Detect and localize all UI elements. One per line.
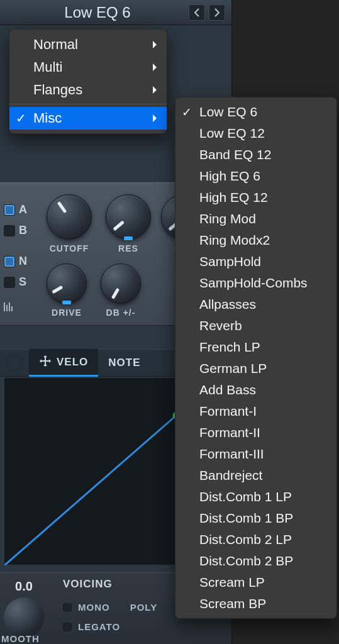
- menu-item-multi[interactable]: Multi: [9, 56, 167, 79]
- dial-icon: [5, 353, 24, 372]
- submenu-item-label: Formant-II: [199, 425, 260, 440]
- submenu-item[interactable]: Allpasses: [175, 294, 336, 315]
- submenu-item-label: Band EQ 12: [199, 147, 271, 162]
- submenu-item-label: Dist.Comb 1 LP: [199, 489, 292, 504]
- submenu-item-label: Dist.Comb 1 BP: [199, 511, 293, 526]
- submenu-item-label: Reverb: [199, 318, 242, 333]
- knob-label: RES: [118, 243, 138, 253]
- tab-label: NOTE: [108, 357, 140, 369]
- submenu-item[interactable]: SampHold: [175, 251, 336, 272]
- knob-cutoff[interactable]: CUTOFF: [47, 194, 92, 253]
- submenu-item[interactable]: Dist.Comb 2 LP: [175, 529, 336, 550]
- preset-name[interactable]: Low EQ 6: [6, 4, 189, 21]
- submenu-item[interactable]: SampHold-Combs: [175, 272, 336, 294]
- submenu-item[interactable]: Dist.Comb 1 BP: [175, 508, 336, 529]
- toggle-a[interactable]: A: [4, 203, 27, 216]
- submenu-item[interactable]: French LP: [175, 336, 336, 358]
- toggle-n[interactable]: N: [4, 255, 27, 268]
- toggle-b[interactable]: B: [4, 224, 27, 237]
- voicing-label: MONO: [78, 602, 110, 613]
- submenu-item[interactable]: Formant-II: [175, 422, 336, 443]
- dial-icon: [106, 194, 151, 240]
- knob-db[interactable]: DB +/-: [101, 264, 141, 318]
- submenu-item-label: Allpasses: [199, 297, 256, 312]
- dial-icon: [47, 194, 92, 240]
- preset-next-button[interactable]: [209, 4, 225, 21]
- submenu-item-label: German LP: [199, 361, 267, 376]
- submenu-item-label: Add Bass: [199, 382, 256, 397]
- submenu-item-label: Scream LP: [199, 575, 265, 590]
- submenu-item-label: Scream BP: [199, 596, 266, 611]
- filter-category-menu[interactable]: NormalMultiFlanges✓Misc: [9, 29, 167, 134]
- check-icon: ✓: [16, 111, 26, 126]
- submenu-item-label: SampHold: [199, 254, 261, 269]
- menu-item-label: Normal: [33, 36, 78, 53]
- menu-item-flanges[interactable]: Flanges: [9, 79, 167, 101]
- submenu-icon: [152, 110, 158, 126]
- submenu-item[interactable]: Scream BP: [175, 593, 336, 614]
- pitch-value[interactable]: 0.0: [15, 579, 33, 594]
- voicing-mono[interactable]: MONO POLY: [63, 602, 157, 613]
- checkbox-icon: [63, 623, 72, 631]
- submenu-item[interactable]: Ring Mod: [175, 208, 336, 230]
- submenu-item-label: Formant-III: [199, 447, 264, 462]
- submenu-item[interactable]: Dist.Comb 2 BP: [175, 550, 336, 572]
- pitch-column: 0.0: [4, 579, 44, 638]
- filter-type-submenu[interactable]: ✓Low EQ 6Low EQ 12Band EQ 12High EQ 6Hig…: [175, 97, 337, 619]
- submenu-item[interactable]: Ring Modx2: [175, 230, 336, 251]
- menu-item-normal[interactable]: Normal: [9, 33, 167, 56]
- menu-item-label: Multi: [33, 59, 62, 75]
- knob-res[interactable]: RES: [106, 194, 151, 253]
- voicing-legato[interactable]: LEGATO: [63, 621, 157, 632]
- submenu-item[interactable]: Formant-I: [175, 401, 336, 422]
- submenu-item[interactable]: High EQ 6: [175, 165, 336, 187]
- submenu-item[interactable]: Add Bass: [175, 379, 336, 401]
- pitch-knob[interactable]: [4, 597, 44, 638]
- submenu-item[interactable]: Formant-III: [175, 443, 336, 465]
- dial-icon: [47, 264, 87, 304]
- submenu-item[interactable]: ✓Low EQ 6: [175, 101, 336, 123]
- checkbox-icon: [4, 225, 15, 236]
- submenu-item[interactable]: Reverb: [175, 315, 336, 336]
- toggle-label: A: [19, 203, 27, 216]
- menu-item-label: Misc: [33, 110, 62, 126]
- submenu-item-label: High EQ 6: [199, 169, 260, 184]
- toggle-label: B: [19, 224, 27, 237]
- knob-label: DRIVE: [52, 308, 82, 318]
- tab-velo[interactable]: VELO: [29, 349, 98, 377]
- preset-prev-button[interactable]: [189, 4, 205, 21]
- submenu-item-label: Low EQ 6: [199, 104, 257, 119]
- knob-label: DB +/-: [106, 308, 136, 318]
- preset-header: Low EQ 6: [0, 0, 231, 25]
- voicing-section: VOICING MONO POLY LEGATO: [63, 578, 157, 641]
- submenu-icon: [152, 59, 158, 75]
- submenu-item-label: French LP: [199, 340, 260, 355]
- submenu-item-label: SampHold-Combs: [199, 275, 308, 291]
- submenu-item[interactable]: Scream LP: [175, 572, 336, 593]
- toggle-group-ns: N S: [4, 255, 27, 314]
- submenu-item-label: Ring Modx2: [199, 233, 270, 248]
- submenu-icon: [152, 82, 158, 98]
- tab-note[interactable]: NOTE: [98, 349, 150, 377]
- submenu-item[interactable]: Band EQ 12: [175, 144, 336, 165]
- move-icon: [39, 355, 52, 370]
- knob-drive[interactable]: DRIVE: [47, 264, 87, 318]
- submenu-icon: [152, 36, 158, 53]
- checkbox-icon: [4, 277, 15, 288]
- dial-icon: [101, 264, 141, 304]
- menu-item-misc[interactable]: ✓Misc: [9, 107, 167, 130]
- toggle-group-ab: A B: [4, 203, 27, 237]
- submenu-item[interactable]: Dist.Comb 1 LP: [175, 486, 336, 508]
- knob-label: CUTOFF: [50, 243, 89, 253]
- smooth-label: MOOTH: [1, 633, 40, 644]
- toggle-s[interactable]: S: [4, 275, 27, 289]
- submenu-item[interactable]: Bandreject: [175, 465, 336, 486]
- submenu-item-label: Dist.Comb 2 LP: [199, 532, 292, 547]
- submenu-item[interactable]: Low EQ 12: [175, 123, 336, 144]
- submenu-item[interactable]: High EQ 12: [175, 187, 336, 208]
- mod-matrix-icon[interactable]: [4, 303, 18, 314]
- voicing-poly-label: POLY: [130, 602, 157, 613]
- tab-label: VELO: [57, 356, 88, 369]
- checkbox-icon: [63, 603, 72, 612]
- submenu-item[interactable]: German LP: [175, 358, 336, 379]
